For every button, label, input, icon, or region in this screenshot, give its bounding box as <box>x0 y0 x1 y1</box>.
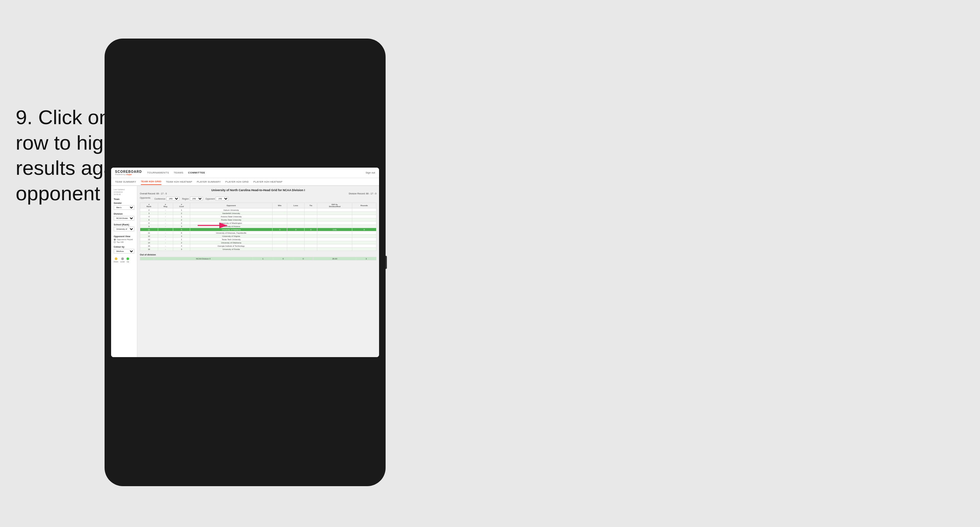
legend: Down Level Up <box>114 258 134 263</box>
grid-title: University of North Carolina Head-to-Hea… <box>140 188 377 192</box>
out-div-loss: 0 <box>273 257 293 260</box>
opponents-label: Opponents: <box>140 197 151 201</box>
subnav-team-h2h-grid[interactable]: TEAM H2H GRID <box>141 179 161 185</box>
grid-area: University of North Carolina Head-to-Hea… <box>137 186 379 357</box>
division-select[interactable]: NCAA Division I <box>114 216 134 221</box>
division-record: Division Record: 88 - 17 - 0 <box>349 193 377 195</box>
legend-down-dot <box>115 258 117 260</box>
school-select[interactable]: University of Nort... <box>114 227 134 231</box>
table-row[interactable]: 11-6University of Arkansas, Fayetteville <box>140 231 377 235</box>
subnav-player-summary[interactable]: PLAYER SUMMARY <box>197 179 221 185</box>
radio-dot-opponents <box>114 239 116 240</box>
nav-tournaments[interactable]: TOURNAMENTS <box>147 170 169 175</box>
region-select[interactable]: (All) <box>190 197 203 201</box>
out-div-diff: 26.00 <box>313 257 356 260</box>
col-tie: Tie <box>305 203 317 209</box>
sub-nav: TEAM SUMMARY TEAM H2H GRID TEAM H2H HEAT… <box>111 178 379 186</box>
tablet-screen: SCOREBOARD Powered by clippd TOURNAMENTS… <box>111 167 379 357</box>
colour-by-section: Colour by Win/loss <box>114 246 134 255</box>
table-row[interactable]: 11-5University of Alabama3002.618 <box>140 228 377 231</box>
out-of-division-table: NCAA Division II 1 0 0 26.00 3 <box>140 257 377 260</box>
gender-label: Gender <box>114 202 134 204</box>
school-label: School (Rank) <box>114 223 134 226</box>
instruction-number: 9. <box>16 106 33 128</box>
tablet-device: SCOREBOARD Powered by clippd TOURNAMENTS… <box>105 38 386 486</box>
grid-filters: Opponents: Conference (All) Region (All) <box>140 197 377 201</box>
h2h-table: #Rank #Reg #Conf Opponent Win Loss Tie D… <box>140 202 377 251</box>
conference-filter: Conference (All) <box>154 197 180 201</box>
col-opponent: Opponent <box>190 203 272 209</box>
overall-record: Overall Record: 89 - 17 - 0 <box>140 193 167 195</box>
legend-up-dot <box>126 258 129 260</box>
nav-teams[interactable]: TEAMS <box>173 170 183 175</box>
col-rank: #Rank <box>140 203 158 209</box>
table-row[interactable]: 16-3University of Florida <box>140 248 377 251</box>
conference-select[interactable]: (All) <box>166 197 180 201</box>
out-div-win: 1 <box>253 257 273 260</box>
division-label: Division <box>114 213 134 215</box>
gender-select[interactable]: Men's <box>114 205 134 210</box>
tablet-side-button <box>386 256 387 269</box>
out-div-row[interactable]: NCAA Division II 1 0 0 26.00 3 <box>140 257 377 260</box>
logo-area: SCOREBOARD Powered by clippd <box>115 170 142 175</box>
nav-committee[interactable]: COMMITTEE <box>188 170 205 175</box>
sign-out-link[interactable]: Sign out <box>366 171 375 174</box>
top-nav: SCOREBOARD Powered by clippd TOURNAMENTS… <box>111 167 379 178</box>
subnav-team-summary[interactable]: TEAM SUMMARY <box>115 179 136 185</box>
logo-clippd: clippd <box>126 174 132 175</box>
col-reg: #Reg <box>158 203 173 209</box>
legend-up: Up <box>126 258 129 263</box>
col-win: Win <box>272 203 287 209</box>
out-div-tie: 0 <box>293 257 313 260</box>
opponent-view-label: Opponent View <box>114 235 134 237</box>
sidebar: Last Updated: 27/03/2024 16:55:38 Team G… <box>111 186 137 357</box>
last-updated: Last Updated: 27/03/2024 16:55:38 <box>114 188 134 196</box>
radio-dot-top100 <box>114 241 116 243</box>
table-row[interactable]: 9-3University of Arizona <box>140 225 377 228</box>
colour-by-label: Colour by <box>114 246 134 248</box>
main-content: Last Updated: 27/03/2024 16:55:38 Team G… <box>111 186 379 357</box>
opponent-select[interactable]: (All) <box>216 197 229 201</box>
opponent-filter: Opponent (All) <box>205 197 229 201</box>
subnav-player-h2h-heatmap[interactable]: PLAYER H2H HEATMAP <box>253 179 282 185</box>
colour-by-select[interactable]: Win/loss <box>114 249 134 253</box>
table-row[interactable]: 13-1Texas Tech University <box>140 238 377 241</box>
region-filter: Region (All) <box>182 197 203 201</box>
out-div-opponent: NCAA Division II <box>154 257 253 260</box>
legend-down: Down <box>114 258 118 263</box>
table-row[interactable]: 8-2University of Washington <box>140 221 377 225</box>
out-div-division <box>140 257 154 260</box>
subnav-player-h2h-grid[interactable]: PLAYER H2H GRID <box>226 179 249 185</box>
opponent-view-section: Opponent View Opponents Played Top 100 <box>114 235 134 243</box>
out-of-division-label: Out of division <box>140 253 377 256</box>
table-row[interactable]: 15-4Georgia Institute of Technology <box>140 244 377 248</box>
legend-level: Level <box>120 258 124 263</box>
table-header-row: #Rank #Reg #Conf Opponent Win Loss Tie D… <box>140 203 377 209</box>
legend-level-dot <box>121 258 124 260</box>
subnav-team-h2h-heatmap[interactable]: TEAM H2H HEATMAP <box>166 179 192 185</box>
out-of-division: Out of division NCAA Division II 1 0 0 2… <box>140 253 377 260</box>
radio-top100[interactable]: Top 100 <box>114 241 134 243</box>
table-row[interactable]: 6-2Florida State University <box>140 218 377 221</box>
table-row[interactable]: 2-1Auburn University <box>140 209 377 212</box>
table-row[interactable]: 3-2Vanderbilt University <box>140 212 377 215</box>
table-row[interactable]: 12-3University of Virginia <box>140 235 377 238</box>
radio-opponents-played[interactable]: Opponents Played <box>114 239 134 240</box>
logo-powered: Powered by clippd <box>115 174 142 175</box>
nav-items: TOURNAMENTS TEAMS COMMITTEE <box>147 170 365 175</box>
logo-scoreboard: SCOREBOARD <box>115 170 142 174</box>
col-conf: #Conf <box>173 203 190 209</box>
col-loss: Loss <box>287 203 305 209</box>
table-row[interactable]: 14-2University of Oklahoma <box>140 241 377 244</box>
team-label: Team <box>114 198 134 200</box>
grid-records: Overall Record: 89 - 17 - 0 Division Rec… <box>140 193 377 195</box>
table-row[interactable]: 4-1Arizona State University <box>140 215 377 218</box>
out-div-rounds: 3 <box>356 257 377 260</box>
col-rounds: Rounds <box>352 203 376 209</box>
col-diff: Diff AvStrokes/Rnd <box>317 203 352 209</box>
